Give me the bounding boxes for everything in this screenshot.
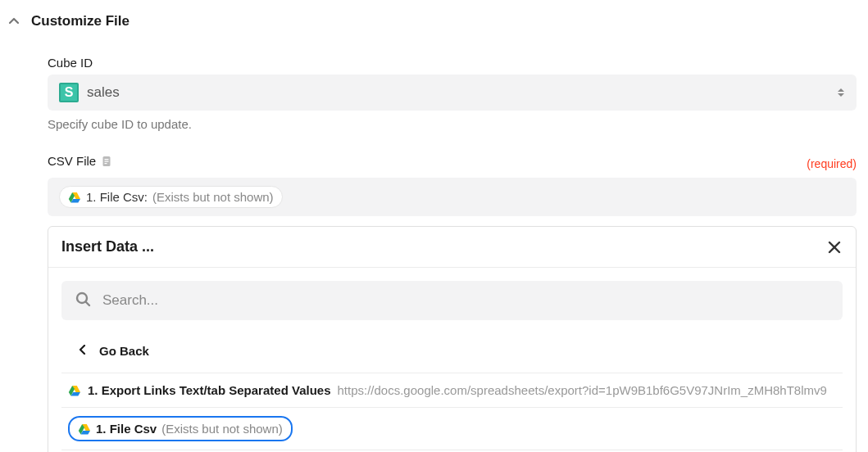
google-drive-icon [78,423,91,436]
google-drive-icon [68,384,81,397]
result-label: 1. Export Links Text/tab Separated Value… [88,383,331,397]
search-box[interactable] [61,281,843,320]
google-drive-icon [68,191,81,204]
csv-file-field[interactable]: 1. File Csv: (Exists but not shown) [48,178,857,216]
required-badge: (required) [807,157,857,170]
svg-rect-2 [105,160,109,161]
csv-chip-prefix: 1. File Csv: [86,190,148,204]
cube-id-label: Cube ID [48,56,868,70]
select-sort-icon [837,87,845,98]
search-icon [75,291,91,310]
csv-file-label: CSV File [48,154,96,168]
list-item[interactable]: 1. File Csv (Exists but not shown) [61,408,843,450]
csv-file-chip[interactable]: 1. File Csv: (Exists but not shown) [59,186,283,208]
svg-rect-1 [105,159,109,160]
search-input[interactable] [102,292,829,309]
cube-id-value: sales [87,84,120,101]
section-title: Customize File [31,13,130,29]
close-icon[interactable] [826,239,843,255]
selected-chip-label: 1. File Csv [96,422,157,436]
insert-data-panel: Insert Data ... Go Back [48,226,857,452]
cube-id-select[interactable]: S sales [48,75,857,111]
insert-data-title: Insert Data ... [61,238,154,255]
cube-id-helper: Specify cube ID to update. [48,117,868,131]
result-url: https://docs.google.com/spreadsheets/exp… [338,383,827,397]
csv-chip-suffix: (Exists but not shown) [152,190,274,204]
svg-rect-3 [105,163,107,164]
selected-chip-suffix: (Exists but not shown) [161,422,283,436]
chevron-left-icon [78,343,88,358]
file-icon [101,156,112,167]
go-back-label: Go Back [99,344,149,358]
list-item[interactable]: 1. Export Links Text/tab Separated Value… [61,373,843,408]
go-back-button[interactable]: Go Back [61,337,843,373]
s-letter-icon: S [59,83,79,102]
collapse-chevron-icon[interactable] [7,14,21,29]
selected-file-chip[interactable]: 1. File Csv (Exists but not shown) [68,416,293,441]
